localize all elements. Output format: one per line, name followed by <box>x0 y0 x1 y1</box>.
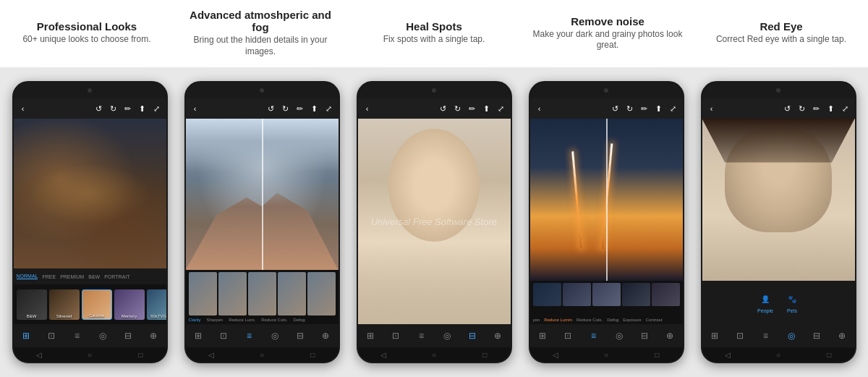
nav-home-3[interactable]: ○ <box>428 349 440 360</box>
filter-bw[interactable]: B&W <box>17 289 47 320</box>
pets-icon[interactable]: 🐾 <box>785 292 799 307</box>
phone2-thumb-2[interactable] <box>218 272 247 315</box>
phone-2-filter-strip[interactable]: Clarity Sharpen Reduce Lumi. Reduce Colo… <box>186 270 339 324</box>
brush-icon[interactable]: ✏ <box>123 103 133 114</box>
expand-icon-2[interactable]: ⤢ <box>324 103 334 114</box>
phone2-thumb-5[interactable] <box>307 272 336 315</box>
tab-portrait[interactable]: PORTRAIT <box>104 274 129 279</box>
bottom-selective-icon-2[interactable]: ◎ <box>268 329 281 342</box>
tool-pets-label[interactable]: Pets <box>787 308 797 313</box>
bottom-adjust-icon-3[interactable]: ≡ <box>414 329 427 342</box>
bottom-save-icon[interactable]: ⊟ <box>122 329 135 342</box>
filter-60stvgrab[interactable]: 60sTVGrab <box>147 289 166 320</box>
phone2-label-clarity[interactable]: Clarity <box>189 318 201 322</box>
bottom-looks-icon-3[interactable]: ⊞ <box>364 329 377 342</box>
bottom-more-icon-4[interactable]: ⊕ <box>663 329 676 342</box>
phone4-thumb-2[interactable] <box>563 283 591 306</box>
back-icon-5[interactable]: ‹ <box>707 103 717 114</box>
undo-icon-4[interactable]: ↺ <box>610 103 621 114</box>
nav-recent-5[interactable]: □ <box>823 349 835 360</box>
bottom-crop-icon-2[interactable]: ⊡ <box>217 329 230 342</box>
phone2-thumb-3[interactable] <box>248 272 276 315</box>
brush-icon-2[interactable]: ✏ <box>295 103 305 114</box>
filter-memory[interactable]: Memory <box>114 289 145 320</box>
bottom-looks-icon-2[interactable]: ⊞ <box>192 329 205 342</box>
redo-icon-5[interactable]: ↻ <box>797 103 807 114</box>
phone2-label-reducecolo[interactable]: Reduce Colo. <box>261 318 287 322</box>
bottom-save-icon-5[interactable]: ⊟ <box>810 329 823 342</box>
nav-back-2[interactable]: ◁ <box>205 349 217 360</box>
bottom-crop-icon-4[interactable]: ⊡ <box>561 329 574 342</box>
phone4-label-reducelumi[interactable]: Reduce Lumin <box>544 318 572 322</box>
filter-cartone[interactable]: Cartone <box>82 289 112 320</box>
tab-free[interactable]: FREE <box>42 274 56 279</box>
undo-icon-5[interactable]: ↺ <box>783 103 793 114</box>
phone4-label-contrast[interactable]: Contrast <box>646 318 663 322</box>
bottom-heal-icon-3[interactable]: ⊟ <box>466 329 479 342</box>
share-icon-3[interactable]: ⬆ <box>482 103 492 114</box>
bottom-crop-icon-5[interactable]: ⊡ <box>733 329 746 342</box>
brush-icon-5[interactable]: ✏ <box>812 103 822 114</box>
people-icon[interactable]: 👤 <box>758 292 773 307</box>
bottom-adjust-icon-5[interactable]: ≡ <box>759 329 772 342</box>
filter-silvered[interactable]: Silvered <box>49 289 80 320</box>
nav-recent-2[interactable]: □ <box>307 349 318 360</box>
nav-back-5[interactable]: ◁ <box>722 349 733 360</box>
bottom-selective-icon-4[interactable]: ◎ <box>613 329 626 342</box>
phone2-label-defog[interactable]: Defog <box>294 318 305 322</box>
redo-icon-4[interactable]: ↻ <box>625 103 635 114</box>
phone4-label-defog[interactable]: Defog <box>607 318 618 322</box>
phone4-thumb-1[interactable] <box>533 283 561 306</box>
expand-icon-4[interactable]: ⤢ <box>668 103 678 114</box>
tab-normal[interactable]: NORMAL <box>17 274 38 279</box>
phone-4-filter-strip[interactable]: yen Reduce Lumin Reduce Colo. Defog Expo… <box>530 281 683 324</box>
bottom-adjust-icon-4[interactable]: ≡ <box>587 329 600 342</box>
bottom-looks-icon-5[interactable]: ⊞ <box>708 329 721 342</box>
tool-people[interactable]: 👤 People <box>757 292 773 313</box>
bottom-more-icon-5[interactable]: ⊕ <box>835 329 848 342</box>
brush-icon-3[interactable]: ✏ <box>467 103 477 114</box>
phone4-label-exposure[interactable]: Exposure <box>623 318 641 322</box>
redo-icon[interactable]: ↻ <box>109 103 119 114</box>
share-icon-2[interactable]: ⬆ <box>310 103 320 114</box>
phone-1-filter-tabs[interactable]: NORMAL FREE PREMIUM B&W PORTRAIT <box>14 268 166 284</box>
back-icon-2[interactable]: ‹ <box>190 103 200 114</box>
phone-1-filter-strip[interactable]: B&W Silvered Cartone Memory 60sTVGrab <box>14 284 166 324</box>
bottom-adjust-icon[interactable]: ≡ <box>70 329 83 342</box>
redo-icon-2[interactable]: ↻ <box>281 103 291 114</box>
phone4-thumb-3[interactable] <box>592 283 621 306</box>
bottom-crop-icon[interactable]: ⊡ <box>45 329 58 342</box>
nav-recent-4[interactable]: □ <box>651 349 663 360</box>
phone2-thumb-1[interactable] <box>189 272 217 315</box>
phone4-label-yen[interactable]: yen <box>533 318 540 322</box>
phone4-thumb-4[interactable] <box>622 283 650 306</box>
share-icon-5[interactable]: ⬆ <box>826 103 836 114</box>
bottom-save-icon-2[interactable]: ⊟ <box>294 329 307 342</box>
bottom-crop-icon-3[interactable]: ⊡ <box>389 329 402 342</box>
phone2-thumb-4[interactable] <box>278 272 306 315</box>
bottom-looks-icon-4[interactable]: ⊞ <box>536 329 549 342</box>
back-icon[interactable]: ‹ <box>18 103 28 114</box>
nav-recent-3[interactable]: □ <box>479 349 490 360</box>
expand-icon-5[interactable]: ⤢ <box>841 103 851 114</box>
redo-icon-3[interactable]: ↻ <box>453 103 463 114</box>
phone2-label-sharpen[interactable]: Sharpen <box>207 318 224 322</box>
undo-icon[interactable]: ↺ <box>94 103 104 114</box>
bottom-selective-icon[interactable]: ◎ <box>96 329 109 342</box>
tab-premium[interactable]: PREMIUM <box>60 274 84 279</box>
back-icon-4[interactable]: ‹ <box>535 103 545 114</box>
bottom-more-icon-2[interactable]: ⊕ <box>319 329 332 342</box>
tool-pets[interactable]: 🐾 Pets <box>785 292 799 313</box>
bottom-more-icon[interactable]: ⊕ <box>147 329 160 342</box>
nav-home[interactable]: ○ <box>84 349 95 360</box>
bottom-looks-icon[interactable]: ⊞ <box>20 329 33 342</box>
nav-home-5[interactable]: ○ <box>773 349 784 360</box>
nav-back-3[interactable]: ◁ <box>378 349 389 360</box>
nav-home-2[interactable]: ○ <box>256 349 268 360</box>
brush-icon-4[interactable]: ✏ <box>639 103 650 114</box>
bottom-more-icon-3[interactable]: ⊕ <box>491 329 504 342</box>
expand-icon[interactable]: ⤢ <box>152 103 162 114</box>
nav-home-4[interactable]: ○ <box>600 349 612 360</box>
nav-back[interactable]: ◁ <box>33 349 45 360</box>
nav-back-4[interactable]: ◁ <box>550 349 561 360</box>
